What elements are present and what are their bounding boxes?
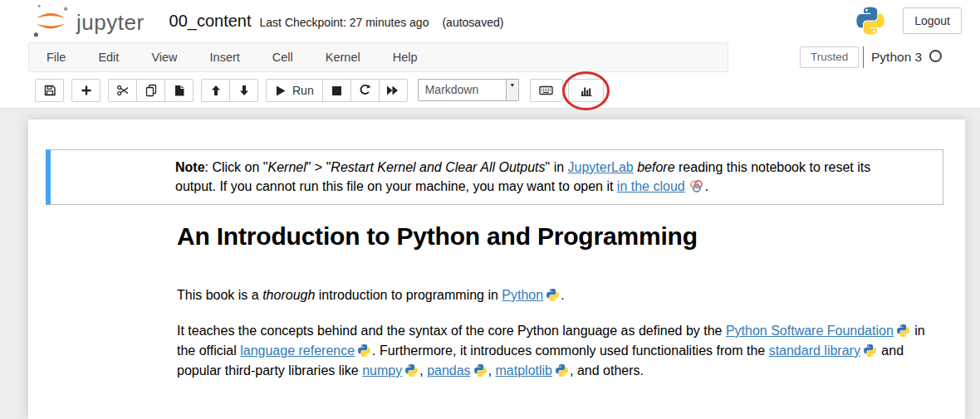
cut-icon	[116, 84, 130, 97]
pandas-link[interactable]: pandas	[427, 363, 471, 378]
python-icon	[473, 363, 488, 378]
body-italic: thorough	[262, 288, 315, 302]
move-cell-down-button[interactable]	[229, 79, 258, 102]
add-cell-button[interactable]	[71, 79, 100, 102]
menu-help[interactable]: Help	[380, 43, 431, 71]
menu-kernel[interactable]: Kernel	[312, 43, 374, 71]
body-text: ,	[419, 363, 427, 378]
menu-view[interactable]: View	[138, 43, 190, 71]
move-down-icon	[238, 84, 251, 97]
stop-icon	[331, 85, 343, 97]
body-text: This book is a	[177, 288, 262, 302]
restart-run-all-button[interactable]	[379, 79, 408, 102]
copy-icon	[145, 84, 158, 97]
menubar-row: File Edit View Insert Cell Kernel Help T…	[0, 41, 980, 73]
python-link[interactable]: Python	[502, 288, 543, 302]
note-text: " in	[546, 160, 568, 174]
jupyter-logo-icon	[30, 3, 71, 38]
paragraph-1: This book is a thorough introduction to …	[177, 285, 565, 305]
binder-icon	[688, 178, 704, 194]
page-title: An Introduction to Python and Programmin…	[177, 222, 698, 251]
note-callout: Note: Click on "Kernel" > "Restart Kerne…	[46, 149, 943, 205]
python-icon	[357, 343, 371, 358]
autosave-status: (autosaved)	[442, 16, 503, 29]
note-text: " > "	[306, 160, 331, 174]
run-label: Run	[292, 84, 314, 97]
bar-chart-icon	[579, 84, 593, 97]
language-reference-link[interactable]: language reference	[240, 343, 355, 358]
body-text: introduction to programming in	[315, 288, 502, 302]
toolbar: Run Markdown ▾	[0, 73, 980, 109]
python-icon	[546, 288, 560, 302]
checkpoint-status: Last Checkpoint: 27 minutes ago	[260, 16, 429, 29]
note-text: .	[705, 179, 708, 193]
body-text: It teaches the concepts behind and the s…	[177, 324, 726, 338]
jupyter-logo[interactable]: jupyter	[30, 3, 145, 38]
paste-icon	[173, 84, 186, 97]
psf-link[interactable]: Python Software Foundation	[726, 324, 894, 338]
fast-forward-icon	[386, 84, 399, 97]
header: jupyter 00_content Last Checkpoint: 27 m…	[0, 0, 980, 41]
command-palette-button[interactable]	[530, 79, 563, 102]
numpy-link[interactable]: numpy	[362, 363, 402, 378]
python-icon	[896, 324, 910, 338]
paste-button[interactable]	[164, 79, 194, 102]
restart-kernel-icon	[358, 84, 371, 97]
jupyterlab-link[interactable]: JupyterLab	[568, 160, 634, 174]
jupyter-logo-text: jupyter	[76, 10, 145, 36]
cut-button[interactable]	[108, 79, 137, 102]
body-text: ,	[488, 363, 496, 378]
note-italic: Restart Kernel and Clear All Outputs	[331, 160, 545, 174]
matplotlib-link[interactable]: matplotlib	[496, 363, 552, 378]
dropdown-arrow-icon: ▾	[506, 80, 518, 100]
note-italic: Kernel	[267, 160, 306, 174]
kernel-idle-circle-icon	[929, 50, 942, 62]
body-text: , and others.	[570, 363, 644, 378]
interrupt-kernel-button[interactable]	[322, 79, 351, 102]
trusted-badge[interactable]: Trusted	[800, 46, 859, 68]
open-chart-editor-button[interactable]	[568, 79, 604, 102]
python-icon	[404, 363, 419, 378]
copy-button[interactable]	[136, 79, 165, 102]
python-icon	[555, 363, 569, 378]
notebook-content-area: Note: Click on "Kernel" > "Restart Kerne…	[28, 119, 965, 419]
kernel-divider	[863, 46, 864, 68]
note-italic: before	[637, 160, 674, 174]
save-button[interactable]	[35, 79, 64, 102]
python-kernel-logo-icon	[855, 5, 886, 37]
body-text: .	[561, 288, 564, 302]
restart-kernel-button[interactable]	[350, 79, 380, 102]
kernel-name: Python 3	[871, 46, 922, 68]
add-cell-icon	[80, 84, 93, 97]
paragraph-2: It teaches the concepts behind and the s…	[177, 321, 936, 381]
menu-file[interactable]: File	[33, 43, 79, 71]
note-text: : Click on "	[205, 160, 268, 174]
python-icon	[863, 343, 877, 358]
menubar: File Edit View Insert Cell Kernel Help	[28, 42, 728, 72]
move-cell-up-button[interactable]	[201, 79, 230, 102]
move-up-icon	[209, 84, 223, 97]
run-cell-button[interactable]: Run	[266, 79, 323, 102]
standard-library-link[interactable]: standard library	[769, 343, 860, 358]
notebook-title[interactable]: 00_content	[169, 12, 252, 31]
body-text: . Furthermore, it introduces commonly us…	[372, 343, 769, 358]
cloud-link[interactable]: in the cloud	[617, 179, 685, 193]
menu-edit[interactable]: Edit	[85, 43, 132, 71]
menu-insert[interactable]: Insert	[197, 43, 253, 71]
menu-cell[interactable]: Cell	[259, 43, 306, 71]
run-icon	[275, 85, 287, 97]
note-bold: Note	[175, 160, 205, 174]
keyboard-icon	[539, 84, 553, 97]
save-icon	[43, 84, 56, 97]
cell-type-value: Markdown	[419, 80, 506, 100]
cell-type-dropdown[interactable]: Markdown ▾	[418, 79, 519, 101]
logout-button[interactable]: Logout	[903, 7, 962, 34]
chart-button-wrap	[568, 79, 611, 102]
